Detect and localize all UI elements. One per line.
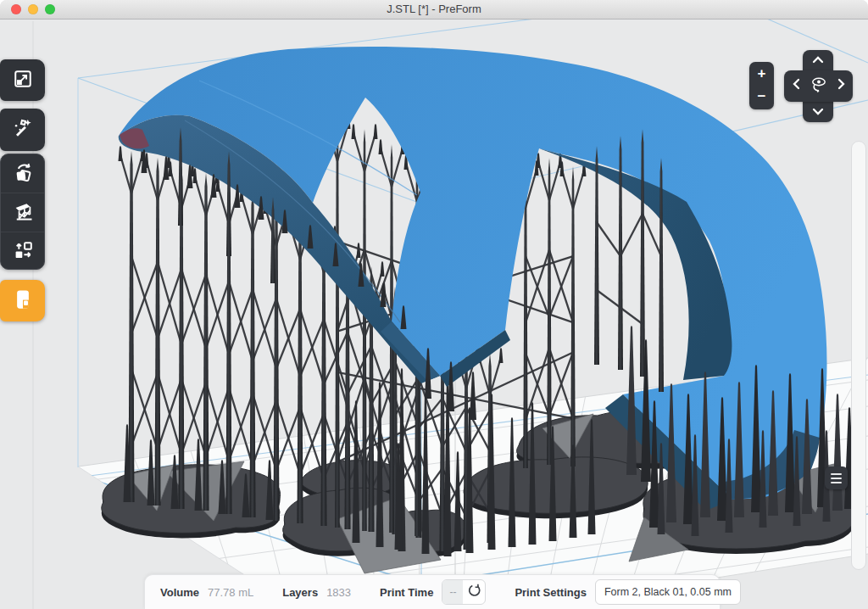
layers-group: Layers 1833 bbox=[282, 586, 351, 599]
chevron-down-icon bbox=[811, 104, 825, 120]
layers-value: 1833 bbox=[326, 586, 351, 599]
rotate-down-button[interactable] bbox=[806, 100, 830, 124]
print-time-label: Print Time bbox=[380, 586, 433, 599]
rotate-left-button[interactable] bbox=[784, 74, 808, 98]
rotate-up-button[interactable] bbox=[806, 48, 830, 72]
reset-view-button[interactable] bbox=[806, 74, 830, 98]
viewport-3d[interactable] bbox=[0, 19, 868, 609]
rotate-right-button[interactable] bbox=[829, 74, 853, 98]
print-time-box: -- bbox=[442, 579, 486, 605]
layer-slider-track[interactable] bbox=[851, 141, 866, 570]
view-navigation-pad bbox=[784, 50, 853, 122]
refresh-print-time-button[interactable] bbox=[463, 580, 485, 604]
print-time-value: -- bbox=[442, 580, 463, 604]
drag-handle-icon bbox=[831, 473, 842, 475]
chevron-up-icon bbox=[811, 53, 825, 68]
scale-tool-button[interactable] bbox=[0, 59, 45, 101]
supports-tool-button[interactable] bbox=[1, 193, 44, 232]
titlebar: J.STL [*] - PreForm bbox=[0, 0, 868, 20]
volume-label: Volume bbox=[160, 586, 199, 599]
volume-value: 77.78 mL bbox=[208, 586, 253, 599]
magic-wand-icon bbox=[11, 116, 35, 143]
print-settings-dropdown[interactable]: Form 2, Black 01, 0.05 mm bbox=[595, 579, 741, 605]
print-settings-group: Print Settings Form 2, Black 01, 0.05 mm bbox=[515, 579, 741, 605]
layers-label: Layers bbox=[282, 586, 318, 599]
layer-slider-handle[interactable] bbox=[825, 467, 848, 489]
orientation-tool-button[interactable] bbox=[1, 154, 44, 193]
layout-icon bbox=[11, 238, 35, 265]
preform-window: J.STL [*] - PreForm bbox=[0, 0, 868, 609]
rotate-part-icon bbox=[11, 160, 35, 187]
volume-group: Volume 77.78 mL bbox=[160, 586, 253, 599]
chevron-left-icon bbox=[792, 77, 801, 94]
print-job-button[interactable] bbox=[0, 280, 45, 321]
zoom-out-button[interactable]: − bbox=[749, 85, 774, 109]
print-time-group: Print Time -- bbox=[380, 579, 486, 605]
zoom-control: + − bbox=[749, 62, 774, 109]
print-settings-label: Print Settings bbox=[515, 586, 587, 599]
chevron-right-icon bbox=[837, 77, 846, 94]
scale-icon bbox=[11, 67, 35, 94]
cartridge-icon bbox=[10, 287, 36, 316]
one-click-print-button[interactable] bbox=[0, 109, 45, 151]
refresh-icon bbox=[467, 584, 481, 601]
window-title: J.STL [*] - PreForm bbox=[0, 3, 868, 15]
status-bar: Volume 77.78 mL Layers 1833 Print Time -… bbox=[144, 574, 721, 609]
supports-icon bbox=[11, 199, 35, 226]
tool-group bbox=[0, 154, 45, 270]
layout-tool-button[interactable] bbox=[1, 232, 44, 271]
zoom-in-button[interactable]: + bbox=[749, 62, 774, 86]
view-rotate-icon bbox=[807, 73, 829, 98]
